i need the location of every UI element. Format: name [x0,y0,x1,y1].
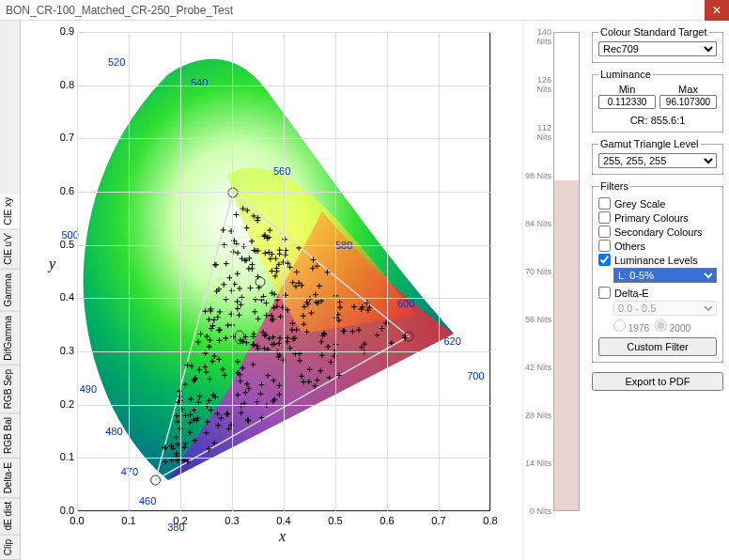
nits-tick: 42 Nits [525,363,551,372]
tab-difgamma[interactable]: DifGamma [0,312,20,366]
y-tick: 0.9 [54,25,74,37]
luminance-levels-check[interactable] [598,254,611,266]
y-tick: 0.8 [54,79,74,90]
lum-min-field[interactable] [598,95,656,109]
gamut-legend: Gamut Triangle Level [598,138,701,149]
nits-tick: 140 Nits [525,27,551,46]
export-pdf-button[interactable]: Export to PDF [592,372,723,391]
wavelength-label: 600 [397,298,414,309]
nits-tick: 126 Nits [525,75,551,94]
nits-tick: 112 Nits [525,123,551,142]
gamut-group: Gamut Triangle Level 255, 255, 255 [592,138,723,175]
nits-tick: 56 Nits [525,315,551,324]
luminance-levels-label: Luminance Levels [614,255,698,266]
y-tick: 0.4 [54,291,74,303]
window-title: BON_CR-100_Matched_CR-250_Probe_Test [6,4,233,17]
chart-area: y x 380460470480490500520540560580600620… [21,21,522,560]
wavelength-label: 460 [139,495,156,506]
tab-cie-u-v-[interactable]: CIE u'v' [0,229,20,270]
y-tick: 0.1 [54,451,74,462]
lum-min-label: Min [598,84,656,95]
gamut-select[interactable]: 255, 255, 255 [598,153,717,168]
title-bar: BON_CR-100_Matched_CR-250_Probe_Test [0,0,729,21]
others-check[interactable] [598,240,611,252]
de-2000-radio [655,319,667,332]
primary-colours-check[interactable] [598,211,611,224]
wavelength-label: 520 [108,56,125,68]
x-tick: 0.8 [479,515,502,526]
y-tick: 0.3 [54,345,74,356]
nits-bar [553,32,580,511]
secondary-colours-label: Secondary Colours [614,226,703,238]
x-tick: 0.6 [376,515,398,526]
nits-tick: 14 Nits [525,459,551,468]
nits-fill [554,180,579,510]
wavelength-label: 490 [80,383,97,395]
lum-max-field[interactable] [659,95,717,109]
others-label: Others [614,241,645,252]
tab-rgb-sep[interactable]: RGB Sep [0,366,20,413]
luminance-group: Luminance Min Max CR: 855.6:1 [592,69,723,132]
tab-cie-xy[interactable]: CIE xy [0,194,20,229]
wavelength-label: 620 [444,335,461,347]
colour-standard-legend: Colour Standard Target [598,26,709,38]
y-tick: 0.0 [54,505,74,516]
y-tick: 0.6 [54,185,74,196]
tab-delta-e[interactable]: Delta-E [0,459,20,498]
y-axis-label: y [49,256,55,272]
x-tick: 0.5 [324,515,347,526]
tab-rgb-bal[interactable]: RGB Bal [0,413,20,459]
x-axis-label: x [279,528,286,545]
custom-filter-button[interactable]: Custom Filter [598,337,717,356]
luminance-level-select[interactable]: L: 0-5% [613,268,717,283]
x-tick: 0.1 [117,515,140,526]
delta-e-select: 0.0 - 0.5 [613,301,717,316]
y-tick: 0.7 [54,132,74,143]
x-tick: 0.0 [66,515,88,526]
nits-tick: 0 Nits [525,506,551,516]
wavelength-label: 560 [273,165,290,177]
nits-tick: 70 Nits [525,267,551,276]
luminance-legend: Luminance [598,69,653,80]
tab-de-dist[interactable]: dE dist [0,498,20,536]
x-tick: 0.4 [272,515,295,526]
controls-panel: Colour Standard Target Rec709 Luminance … [588,21,729,560]
de-1976-radio [613,319,626,332]
grey-scale-check[interactable] [598,197,611,210]
de-1976-label: 1976 [628,323,649,334]
tab-gamma[interactable]: Gamma [0,270,20,312]
x-tick: 0.3 [221,515,243,526]
wavelength-label: 540 [191,77,208,88]
wavelength-label: 700 [467,370,484,381]
nits-tick: 98 Nits [525,171,551,180]
primary-colours-label: Primary Colours [614,212,689,224]
tab-clip[interactable]: Clip [0,536,20,560]
lum-max-label: Max [659,84,717,95]
de-2000-label: 2000 [670,323,690,334]
filters-legend: Filters [598,180,630,192]
nits-scale: 140 Nits126 Nits112 Nits98 Nits84 Nits70… [522,21,588,560]
spectral-locus [78,33,491,512]
wavelength-label: 480 [105,426,122,437]
y-tick: 0.2 [54,398,74,410]
colour-standard-select[interactable]: Rec709 [598,41,717,56]
y-tick: 0.5 [54,239,74,250]
nits-tick: 28 Nits [525,411,551,420]
secondary-colours-check[interactable] [598,226,611,238]
delta-e-check[interactable] [598,287,611,299]
contrast-ratio: CR: 855.6:1 [598,115,717,126]
close-button[interactable]: ✕ [705,0,729,21]
grey-scale-label: Grey Scale [614,198,665,210]
x-tick: 0.7 [427,515,450,526]
x-tick: 0.2 [169,515,192,526]
nits-tick: 84 Nits [525,219,551,228]
colour-standard-group: Colour Standard Target Rec709 [592,26,723,63]
side-tabs: ClipdE distDelta-ERGB BalRGB SepDifGamma… [0,21,21,560]
delta-e-label: Delta-E [614,288,649,299]
filters-group: Filters Grey Scale Primary Colours Secon… [592,180,723,363]
